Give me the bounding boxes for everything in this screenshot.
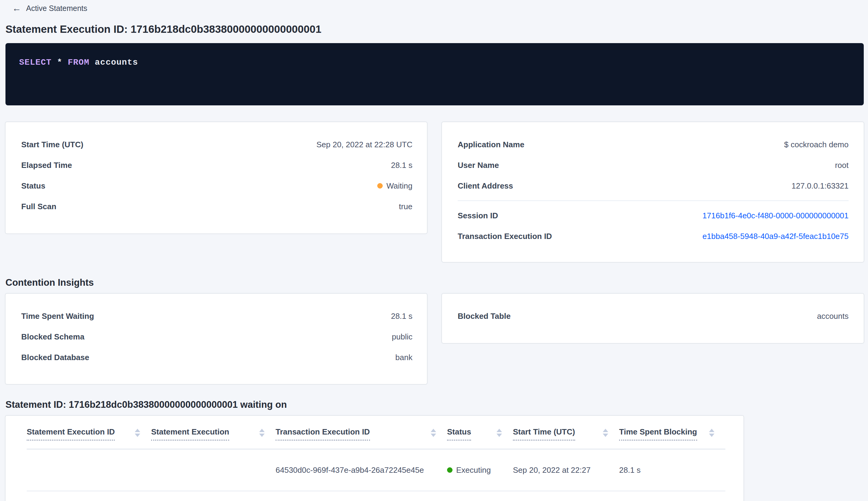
blocked-database-label: Blocked Database bbox=[21, 353, 89, 362]
blocked-table-value: accounts bbox=[817, 311, 849, 321]
sql-text: accounts bbox=[89, 58, 138, 67]
statement-overview-card: Start Time (UTC) Sep 20, 2022 at 22:28 U… bbox=[6, 122, 427, 234]
column-header-statement-execution[interactable]: Statement Execution bbox=[151, 427, 275, 449]
cell-transaction-execution-id: 64530d0c-969f-437e-a9b4-26a72245e45e bbox=[275, 466, 447, 475]
back-arrow-icon: ← bbox=[12, 4, 21, 13]
elapsed-time-row: Elapsed Time 28.1 s bbox=[21, 155, 412, 175]
status-text: Waiting bbox=[386, 181, 412, 191]
contention-waiting-card: Time Spent Waiting 28.1 s Blocked Schema… bbox=[6, 294, 427, 384]
sql-statement-box: SELECT * FROM accounts bbox=[6, 43, 864, 105]
full-scan-row: Full Scan true bbox=[21, 196, 412, 217]
column-header-label: Time Spent Blocking bbox=[619, 427, 697, 440]
cell-start-time: Sep 20, 2022 at 22:27 bbox=[513, 466, 619, 475]
sort-icon[interactable] bbox=[135, 429, 140, 437]
client-address-label: Client Address bbox=[458, 181, 513, 191]
session-details-card: Application Name $ cockroach demo User N… bbox=[442, 122, 864, 262]
application-name-value: $ cockroach demo bbox=[784, 140, 849, 149]
client-address-row: Client Address 127.0.0.1:63321 bbox=[458, 175, 849, 196]
waiting-statements-table: Statement Execution ID Statement Executi… bbox=[6, 416, 744, 501]
user-name-label: User Name bbox=[458, 161, 499, 170]
back-link-label: Active Statements bbox=[26, 4, 87, 13]
application-name-label: Application Name bbox=[458, 140, 524, 149]
client-address-value: 127.0.0.1:63321 bbox=[792, 181, 849, 191]
sort-icon[interactable] bbox=[259, 429, 265, 437]
column-header-start-time[interactable]: Start Time (UTC) bbox=[513, 427, 619, 449]
status-row: Status Waiting bbox=[21, 175, 412, 196]
start-time-label: Start Time (UTC) bbox=[21, 140, 84, 149]
application-name-row: Application Name $ cockroach demo bbox=[458, 134, 849, 155]
table-header-row: Statement Execution ID Statement Executi… bbox=[27, 416, 725, 449]
transaction-execution-id-link[interactable]: e1bba458-5948-40a9-a42f-5feac1b10e75 bbox=[703, 232, 849, 241]
column-header-time-spent-blocking[interactable]: Time Spent Blocking bbox=[619, 427, 725, 449]
sql-keyword: FROM bbox=[68, 58, 89, 67]
user-name-row: User Name root bbox=[458, 155, 849, 175]
elapsed-time-value: 28.1 s bbox=[391, 161, 412, 170]
status-waiting-dot-icon bbox=[377, 183, 383, 189]
column-header-label: Transaction Execution ID bbox=[275, 427, 370, 440]
status-label: Status bbox=[21, 181, 45, 191]
full-scan-label: Full Scan bbox=[21, 202, 56, 211]
blocked-schema-value: public bbox=[392, 332, 412, 342]
time-spent-waiting-row: Time Spent Waiting 28.1 s bbox=[21, 306, 412, 327]
transaction-execution-id-label: Transaction Execution ID bbox=[458, 232, 552, 241]
sort-icon[interactable] bbox=[709, 429, 714, 437]
blocked-database-row: Blocked Database bank bbox=[21, 347, 412, 368]
column-header-label: Statement Execution bbox=[151, 427, 229, 440]
cell-status-text: Executing bbox=[456, 466, 491, 475]
column-header-label: Statement Execution ID bbox=[27, 427, 115, 440]
sql-text: * bbox=[52, 58, 68, 67]
contention-insights-heading: Contention Insights bbox=[6, 277, 864, 289]
sort-icon[interactable] bbox=[603, 429, 608, 437]
cell-status: Executing bbox=[447, 466, 513, 475]
session-id-label: Session ID bbox=[458, 211, 498, 221]
session-id-row: Session ID 1716b1f6-4e0c-f480-0000-00000… bbox=[458, 205, 849, 226]
start-time-row: Start Time (UTC) Sep 20, 2022 at 22:28 U… bbox=[21, 134, 412, 155]
time-spent-waiting-label: Time Spent Waiting bbox=[21, 311, 94, 321]
user-name-value: root bbox=[835, 161, 849, 170]
statement-execution-details-page: ← Active Statements Statement Execution … bbox=[0, 0, 868, 501]
status-executing-dot-icon bbox=[447, 467, 453, 473]
blocked-schema-row: Blocked Schema public bbox=[21, 327, 412, 347]
column-header-label: Start Time (UTC) bbox=[513, 427, 575, 440]
status-value: Waiting bbox=[377, 181, 412, 191]
table-row: 64530d0c-969f-437e-a9b4-26a72245e45e Exe… bbox=[27, 449, 725, 491]
sql-statement-text: SELECT * FROM accounts bbox=[19, 58, 138, 67]
start-time-value: Sep 20, 2022 at 22:28 UTC bbox=[316, 140, 412, 149]
sql-keyword: SELECT bbox=[19, 58, 52, 67]
blocked-table-row: Blocked Table accounts bbox=[458, 306, 849, 327]
contention-blocked-card: Blocked Table accounts bbox=[442, 294, 864, 343]
transaction-execution-id-row: Transaction Execution ID e1bba458-5948-4… bbox=[458, 226, 849, 247]
blocked-schema-label: Blocked Schema bbox=[21, 332, 84, 342]
sort-icon[interactable] bbox=[497, 429, 502, 437]
blocked-table-label: Blocked Table bbox=[458, 311, 510, 321]
column-header-transaction-execution-id[interactable]: Transaction Execution ID bbox=[275, 427, 447, 449]
column-header-status[interactable]: Status bbox=[447, 427, 513, 449]
card-divider bbox=[458, 200, 849, 201]
elapsed-time-label: Elapsed Time bbox=[21, 161, 72, 170]
time-spent-waiting-value: 28.1 s bbox=[391, 311, 412, 321]
blocked-database-value: bank bbox=[395, 353, 412, 362]
column-header-label: Status bbox=[447, 427, 471, 440]
column-header-statement-execution-id[interactable]: Statement Execution ID bbox=[27, 427, 151, 449]
full-scan-value: true bbox=[399, 202, 412, 211]
waiting-on-heading: Statement ID: 1716b218dc0b38380000000000… bbox=[6, 399, 864, 411]
cell-time-spent-blocking: 28.1 s bbox=[619, 466, 725, 475]
page-title: Statement Execution ID: 1716b218dc0b3838… bbox=[6, 22, 864, 36]
session-id-link[interactable]: 1716b1f6-4e0c-f480-0000-000000000001 bbox=[703, 211, 849, 221]
sort-icon[interactable] bbox=[431, 429, 436, 437]
back-link-active-statements[interactable]: ← Active Statements bbox=[12, 4, 87, 13]
